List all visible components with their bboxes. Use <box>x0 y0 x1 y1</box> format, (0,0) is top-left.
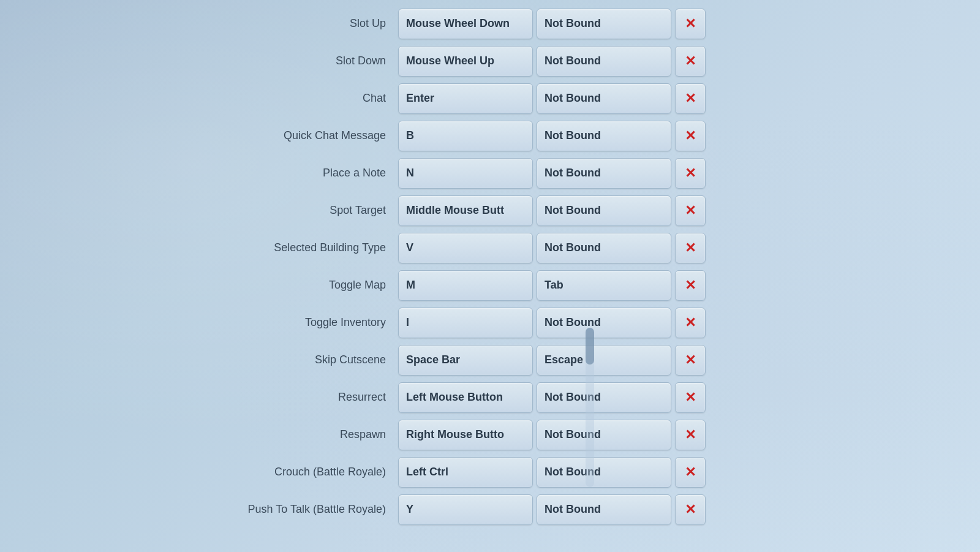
x-icon: ✕ <box>685 466 696 479</box>
secondary-binding-button[interactable]: Not Bound <box>537 457 671 488</box>
clear-binding-button[interactable]: ✕ <box>675 420 706 450</box>
table-row: Slot DownMouse Wheel UpNot Bound✕ <box>123 43 858 78</box>
action-label: Toggle Inventory <box>123 316 398 329</box>
secondary-binding-button[interactable]: Not Bound <box>537 83 671 114</box>
primary-binding-button[interactable]: N <box>398 158 533 189</box>
primary-binding-button[interactable]: I <box>398 308 533 338</box>
clear-binding-button[interactable]: ✕ <box>675 195 706 226</box>
clear-binding-button[interactable]: ✕ <box>675 345 706 376</box>
clear-binding-button[interactable]: ✕ <box>675 158 706 189</box>
action-label: Slot Down <box>123 55 398 67</box>
primary-binding-button[interactable]: Left Ctrl <box>398 457 533 488</box>
action-label: Chat <box>123 92 398 105</box>
secondary-binding-button[interactable]: Not Bound <box>537 9 671 39</box>
x-icon: ✕ <box>685 241 696 255</box>
primary-binding-button[interactable]: Enter <box>398 83 533 114</box>
table-row: RespawnRight Mouse ButtoNot Bound✕ <box>123 417 858 452</box>
x-icon: ✕ <box>685 17 696 31</box>
secondary-binding-button[interactable]: Not Bound <box>537 195 671 226</box>
table-row: Slot UpMouse Wheel DownNot Bound✕ <box>123 6 858 41</box>
clear-binding-button[interactable]: ✕ <box>675 233 706 263</box>
action-label: Resurrect <box>123 391 398 404</box>
clear-binding-button[interactable]: ✕ <box>675 121 706 151</box>
primary-binding-button[interactable]: Mouse Wheel Up <box>398 46 533 77</box>
scrollbar-thumb[interactable] <box>586 328 594 365</box>
primary-binding-button[interactable]: Left Mouse Button <box>398 382 533 413</box>
table-row: Toggle MapMTab✕ <box>123 268 858 303</box>
secondary-binding-button[interactable]: Not Bound <box>537 494 671 525</box>
x-icon: ✕ <box>685 129 696 143</box>
action-label: Quick Chat Message <box>123 129 398 142</box>
x-icon: ✕ <box>685 503 696 516</box>
action-label: Respawn <box>123 428 398 441</box>
x-icon: ✕ <box>685 279 696 292</box>
table-row: Quick Chat MessageBNot Bound✕ <box>123 118 858 153</box>
primary-binding-button[interactable]: M <box>398 270 533 301</box>
primary-binding-button[interactable]: Middle Mouse Butt <box>398 195 533 226</box>
x-icon: ✕ <box>685 92 696 105</box>
primary-binding-button[interactable]: V <box>398 233 533 263</box>
scrollbar-track[interactable] <box>586 328 594 487</box>
clear-binding-button[interactable]: ✕ <box>675 46 706 77</box>
action-label: Selected Building Type <box>123 241 398 254</box>
clear-binding-button[interactable]: ✕ <box>675 457 706 488</box>
action-label: Toggle Map <box>123 279 398 292</box>
x-icon: ✕ <box>685 354 696 367</box>
table-row: Toggle InventoryINot Bound✕ <box>123 305 858 340</box>
secondary-binding-button[interactable]: Not Bound <box>537 233 671 263</box>
action-label: Spot Target <box>123 204 398 217</box>
keybind-list: Slot UpMouse Wheel DownNot Bound✕Slot Do… <box>123 0 858 552</box>
table-row: Place a NoteNNot Bound✕ <box>123 156 858 191</box>
secondary-binding-button[interactable]: Escape <box>537 345 671 376</box>
secondary-binding-button[interactable]: Not Bound <box>537 121 671 151</box>
clear-binding-button[interactable]: ✕ <box>675 494 706 525</box>
secondary-binding-button[interactable]: Not Bound <box>537 46 671 77</box>
table-row: ChatEnterNot Bound✕ <box>123 81 858 116</box>
secondary-binding-button[interactable]: Not Bound <box>537 308 671 338</box>
secondary-binding-button[interactable]: Not Bound <box>537 158 671 189</box>
table-row: Spot TargetMiddle Mouse ButtNot Bound✕ <box>123 193 858 228</box>
x-icon: ✕ <box>685 316 696 330</box>
x-icon: ✕ <box>685 204 696 217</box>
clear-binding-button[interactable]: ✕ <box>675 83 706 114</box>
action-label: Crouch (Battle Royale) <box>123 466 398 478</box>
clear-binding-button[interactable]: ✕ <box>675 270 706 301</box>
x-icon: ✕ <box>685 55 696 68</box>
primary-binding-button[interactable]: Y <box>398 494 533 525</box>
secondary-binding-button[interactable]: Not Bound <box>537 420 671 450</box>
action-label: Place a Note <box>123 167 398 180</box>
primary-binding-button[interactable]: Mouse Wheel Down <box>398 9 533 39</box>
action-label: Skip Cutscene <box>123 354 398 366</box>
secondary-binding-button[interactable]: Tab <box>537 270 671 301</box>
primary-binding-button[interactable]: Right Mouse Butto <box>398 420 533 450</box>
table-row: Crouch (Battle Royale)Left CtrlNot Bound… <box>123 455 858 490</box>
x-icon: ✕ <box>685 391 696 404</box>
clear-binding-button[interactable]: ✕ <box>675 382 706 413</box>
clear-binding-button[interactable]: ✕ <box>675 308 706 338</box>
action-label: Push To Talk (Battle Royale) <box>123 503 398 516</box>
primary-binding-button[interactable]: B <box>398 121 533 151</box>
x-icon: ✕ <box>685 167 696 180</box>
secondary-binding-button[interactable]: Not Bound <box>537 382 671 413</box>
table-row: Selected Building TypeVNot Bound✕ <box>123 230 858 265</box>
primary-binding-button[interactable]: Space Bar <box>398 345 533 376</box>
table-row: Skip CutsceneSpace BarEscape✕ <box>123 342 858 377</box>
table-row: ResurrectLeft Mouse ButtonNot Bound✕ <box>123 380 858 415</box>
action-label: Slot Up <box>123 17 398 30</box>
x-icon: ✕ <box>685 428 696 442</box>
clear-binding-button[interactable]: ✕ <box>675 9 706 39</box>
table-row: Push To Talk (Battle Royale)YNot Bound✕ <box>123 492 858 527</box>
